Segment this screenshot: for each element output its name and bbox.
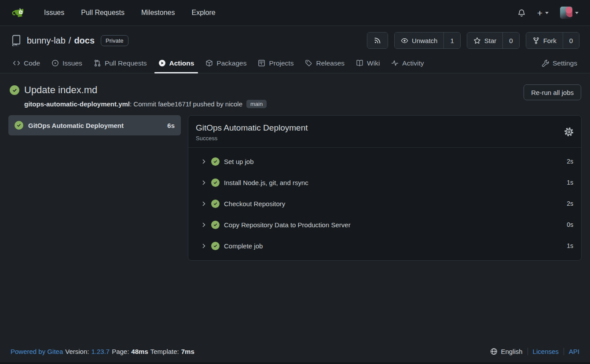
fork-count[interactable]: 0 xyxy=(563,33,579,48)
navbar-links: Issues Pull Requests Milestones Explore xyxy=(44,9,216,17)
language-selector[interactable]: English xyxy=(490,348,522,355)
chevron-right-icon[interactable] xyxy=(201,222,207,228)
navbar-right: + xyxy=(517,7,579,19)
footer-divider xyxy=(528,348,528,355)
tab-label: Activity xyxy=(402,59,424,67)
jobs-sidebar: GitOps Automatic Deployment 6s xyxy=(8,115,181,135)
tab-packages[interactable]: Packages xyxy=(200,53,252,73)
top-navbar: b Issues Pull Requests Milestones Explor… xyxy=(0,0,590,26)
footer-right: English Licenses API xyxy=(490,348,579,355)
job-duration: 6s xyxy=(167,122,175,129)
navbar-item-milestones[interactable]: Milestones xyxy=(141,9,175,17)
watch-count[interactable]: 1 xyxy=(443,33,460,48)
tab-wiki[interactable]: Wiki xyxy=(350,53,385,73)
step-success-icon xyxy=(211,200,220,208)
step-row[interactable]: Install Node.js, git, and rsync 1s xyxy=(188,172,581,193)
job-status-text: Success xyxy=(196,135,573,142)
navbar-item-pull-requests[interactable]: Pull Requests xyxy=(81,9,125,17)
footer-left: Powered by Gitea Version: 1.23.7 Page: 4… xyxy=(11,348,194,355)
repo-owner-link[interactable]: bunny-lab xyxy=(27,36,66,46)
create-new-button[interactable]: + xyxy=(537,8,549,18)
fork-icon xyxy=(532,37,540,44)
tab-pull-requests[interactable]: Pull Requests xyxy=(88,53,153,73)
navbar-item-explore[interactable]: Explore xyxy=(191,9,215,17)
step-row[interactable]: Set up job 2s xyxy=(188,151,581,172)
unwatch-label: Unwatch xyxy=(412,37,437,44)
language-label: English xyxy=(501,348,522,355)
tab-label: Packages xyxy=(216,59,246,67)
job-success-icon xyxy=(15,121,23,130)
gear-icon[interactable] xyxy=(564,127,574,137)
workflow-file-link[interactable]: gitops-automatic-deployment.yml xyxy=(24,100,130,108)
tab-label: Pull Requests xyxy=(105,59,147,67)
version-link[interactable]: 1.23.7 xyxy=(91,348,110,355)
step-success-icon xyxy=(211,157,220,166)
plus-icon: + xyxy=(537,8,542,18)
run-subtitle: gitops-automatic-deployment.yml: Commit … xyxy=(24,100,267,108)
chevron-down-icon xyxy=(575,12,579,14)
tab-settings[interactable]: Settings xyxy=(536,53,583,73)
notifications-bell-icon[interactable] xyxy=(517,9,526,17)
tab-label: Code xyxy=(24,59,40,67)
book-icon xyxy=(356,59,363,67)
tab-releases[interactable]: Releases xyxy=(299,53,350,73)
chevron-right-icon[interactable] xyxy=(201,159,207,164)
job-detail-panel: GitOps Automatic Deployment Success xyxy=(188,115,582,261)
api-link[interactable]: API xyxy=(569,348,579,355)
step-row[interactable]: Checkout Repository 2s xyxy=(188,193,581,214)
step-duration: 1s xyxy=(567,242,573,249)
step-name: Install Node.js, git, and rsync xyxy=(224,179,562,186)
globe-icon xyxy=(490,348,498,355)
step-name: Set up job xyxy=(224,158,562,165)
rss-button[interactable] xyxy=(367,33,388,48)
main-content: Update index.md gitops-automatic-deploym… xyxy=(0,73,590,343)
job-panel-title: GitOps Automatic Deployment xyxy=(196,123,573,133)
commit-text: : Commit faebe1671f pushed by nicole xyxy=(130,100,242,108)
branch-badge[interactable]: main xyxy=(246,100,267,108)
star-icon xyxy=(473,37,481,44)
navbar-item-issues[interactable]: Issues xyxy=(44,9,64,17)
repo-title-row: bunny-lab / docs Private xyxy=(0,26,590,53)
footer-divider xyxy=(564,348,564,355)
tab-projects[interactable]: Projects xyxy=(252,53,299,73)
unwatch-button[interactable]: Unwatch xyxy=(395,33,443,48)
run-success-icon xyxy=(10,85,19,95)
avatar[interactable] xyxy=(560,7,572,19)
run-content: GitOps Automatic Deployment 6s GitOps Au… xyxy=(8,115,582,261)
gitea-logo-icon[interactable]: b xyxy=(11,5,26,20)
fork-button-group: Fork 0 xyxy=(526,32,579,49)
chevron-right-icon[interactable] xyxy=(201,201,207,207)
fork-button[interactable]: Fork xyxy=(526,33,563,48)
repo-icon xyxy=(11,35,22,46)
chevron-right-icon[interactable] xyxy=(201,180,207,186)
tab-code[interactable]: Code xyxy=(7,53,46,73)
sidebar-job-item[interactable]: GitOps Automatic Deployment 6s xyxy=(8,115,181,135)
tab-actions[interactable]: Actions xyxy=(153,53,200,73)
step-row[interactable]: Copy Repository Data to Production Serve… xyxy=(188,214,581,235)
repo-action-buttons: Unwatch 1 Star 0 xyxy=(367,32,579,49)
repo-name-link[interactable]: docs xyxy=(74,36,95,46)
tab-issues[interactable]: Issues xyxy=(46,53,88,73)
star-count[interactable]: 0 xyxy=(502,33,519,48)
tab-label: Settings xyxy=(553,59,577,67)
tab-activity[interactable]: Activity xyxy=(385,53,429,73)
user-menu[interactable] xyxy=(560,7,579,19)
repo-separator: / xyxy=(69,36,71,46)
star-button[interactable]: Star xyxy=(467,33,503,48)
step-row[interactable]: Complete job 1s xyxy=(188,235,581,256)
page-time: 48ms xyxy=(131,348,148,355)
powered-by-gitea-link[interactable]: Powered by Gitea xyxy=(11,348,63,355)
tab-label: Projects xyxy=(269,59,293,67)
tab-label: Issues xyxy=(62,59,82,67)
licenses-link[interactable]: Licenses xyxy=(533,348,559,355)
job-panel-header: GitOps Automatic Deployment Success xyxy=(188,116,581,148)
rerun-all-jobs-button[interactable]: Re-run all jobs xyxy=(524,84,581,100)
star-button-group: Star 0 xyxy=(467,32,520,49)
pulse-icon xyxy=(391,59,399,67)
rss-button-group xyxy=(367,32,388,49)
private-badge: Private xyxy=(101,35,128,46)
step-duration: 2s xyxy=(567,200,573,207)
watch-button-group: Unwatch 1 xyxy=(394,32,461,49)
play-circle-icon xyxy=(158,59,166,67)
chevron-right-icon[interactable] xyxy=(201,243,207,249)
